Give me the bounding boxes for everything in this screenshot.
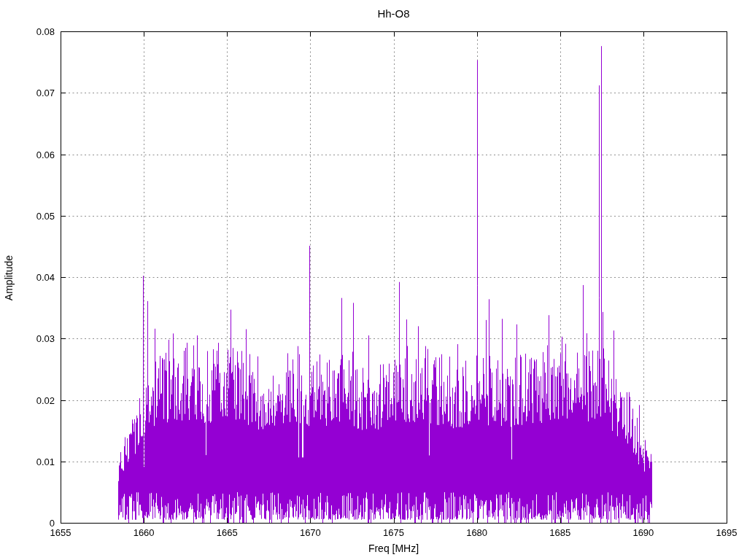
y-tick-label: 0.03 — [4, 333, 55, 344]
y-tick-label: 0.06 — [4, 149, 55, 160]
x-tick-label: 1670 — [300, 527, 321, 538]
y-tick-label: 0.01 — [4, 456, 55, 467]
y-tick-label: 0.07 — [4, 88, 55, 98]
plot-canvas — [0, 0, 747, 560]
x-tick-label: 1680 — [466, 527, 487, 538]
y-tick-label: 0.05 — [4, 210, 55, 221]
x-tick-label: 1695 — [716, 527, 738, 538]
y-tick-label: 0.08 — [4, 26, 55, 37]
x-axis-label: Freq [MHz] — [61, 542, 727, 554]
x-tick-label: 1675 — [383, 527, 404, 538]
y-tick-label: 0.02 — [4, 394, 55, 405]
y-tick-label: 0 — [4, 518, 55, 529]
x-tick-label: 1660 — [133, 527, 155, 538]
x-tick-label: 1690 — [632, 527, 654, 538]
x-tick-label: 1655 — [50, 527, 71, 538]
y-tick-label: 0.04 — [4, 272, 55, 283]
spectrum-figure: Hh-O8 Freq [MHz] Amplitude 1655166016651… — [0, 0, 747, 560]
x-tick-label: 1685 — [549, 527, 570, 538]
x-tick-label: 1665 — [217, 527, 238, 538]
chart-title: Hh-O8 — [61, 7, 727, 20]
